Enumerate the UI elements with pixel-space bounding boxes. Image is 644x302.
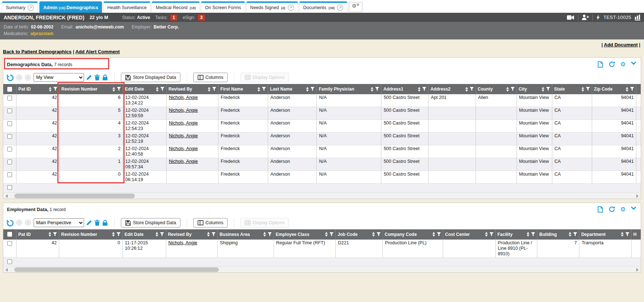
filter-icon[interactable] (117, 87, 121, 91)
filter-icon[interactable] (375, 87, 379, 91)
sort-icon[interactable] (156, 87, 159, 92)
revised-by-link[interactable]: Nichols, Angie (169, 95, 198, 100)
column-header-revised-by[interactable]: Revised By (166, 229, 217, 240)
columns-button[interactable]: Columns (193, 218, 228, 228)
filter-icon[interactable] (470, 87, 474, 91)
filter-icon[interactable] (212, 87, 216, 91)
tasks-indicator[interactable]: Tasks: 1 (155, 15, 178, 20)
sort-icon[interactable] (418, 87, 421, 92)
column-header-county[interactable]: County (476, 84, 517, 94)
sort-icon[interactable] (112, 232, 115, 237)
column-header-edit-date[interactable]: Edit Date (122, 229, 166, 240)
revised-by-link[interactable]: Nichols, Angie (169, 159, 198, 164)
select-all-checkbox[interactable] (7, 87, 12, 92)
filter-icon[interactable] (511, 87, 515, 91)
row-checkbox[interactable] (7, 259, 12, 264)
video-camera-icon[interactable] (567, 15, 574, 20)
chart-icon[interactable] (635, 15, 640, 20)
column-header-employee-class[interactable]: Employee Class (274, 229, 335, 240)
refresh-icon[interactable] (609, 61, 615, 68)
column-header-last-name[interactable]: Last Name (268, 84, 317, 94)
sort-icon[interactable] (568, 232, 572, 237)
delete-view-trash-icon[interactable] (95, 74, 100, 80)
scrollbar-thumb[interactable] (14, 194, 135, 198)
add-person-icon[interactable] (582, 15, 589, 20)
esign-indicator[interactable]: eSign: 3 (183, 15, 205, 20)
popout-icon[interactable] (287, 4, 294, 11)
row-checkbox[interactable] (7, 147, 12, 152)
scroll-right-arrow[interactable] (636, 194, 639, 198)
filter-icon[interactable] (268, 232, 272, 237)
row-checkbox[interactable] (7, 172, 12, 177)
edit-view-pencil-icon[interactable] (87, 220, 92, 226)
column-header-address2[interactable]: Address2 (428, 84, 476, 94)
sort-icon[interactable] (372, 232, 375, 237)
tab-health-surveillance[interactable]: Health Surveillance (104, 1, 150, 13)
select-all-checkbox[interactable] (7, 232, 12, 237)
view-select[interactable]: Main Perspective (34, 218, 84, 227)
row-checkbox[interactable] (7, 160, 12, 164)
column-header-address1[interactable]: Address1 (381, 84, 428, 94)
sort-icon[interactable] (207, 87, 211, 92)
filter-icon[interactable] (437, 232, 441, 237)
gear-icon[interactable]: ⚙ (620, 206, 626, 213)
column-header-revision-number[interactable]: Revision Number (59, 229, 123, 240)
add-alert-comment-link[interactable]: Add Alert Comment (75, 49, 120, 54)
filter-icon[interactable] (329, 232, 334, 237)
filter-icon[interactable] (489, 232, 494, 237)
column-header-city[interactable]: City (517, 84, 552, 94)
tab-medical-record[interactable]: Medical Record (18) (152, 1, 199, 13)
row-checkbox[interactable] (7, 134, 12, 139)
popout-icon[interactable] (27, 4, 34, 11)
sort-icon[interactable] (48, 232, 52, 237)
gear-icon[interactable]: ⚙ (620, 61, 626, 68)
scroll-left-arrow[interactable] (5, 268, 8, 272)
undo-icon[interactable] (6, 219, 14, 226)
filter-icon[interactable] (53, 232, 57, 237)
sort-icon[interactable] (465, 87, 468, 92)
filter-icon[interactable] (531, 232, 535, 237)
esign-badge[interactable]: 3 (198, 14, 205, 21)
column-header-family-physician[interactable]: Family Physician (317, 84, 381, 94)
sort-icon[interactable] (625, 87, 629, 92)
filter-icon[interactable] (262, 87, 266, 91)
revised-by-link[interactable]: Nichols, Angie (168, 240, 197, 245)
column-header-company-code[interactable]: Company Code (382, 229, 443, 240)
column-header-facility[interactable]: Facility (495, 229, 537, 240)
row-checkbox[interactable] (7, 121, 12, 126)
row-checkbox[interactable] (7, 241, 12, 246)
column-header-pat-id[interactable]: Pat ID (16, 229, 59, 240)
sort-icon[interactable] (485, 232, 488, 237)
medications-value[interactable]: alprazolam (30, 31, 53, 36)
sort-icon[interactable] (621, 232, 624, 237)
filter-icon[interactable] (422, 87, 426, 91)
lock-view-icon[interactable] (103, 74, 108, 80)
popout-icon[interactable] (337, 4, 343, 11)
tab-summary[interactable]: Summary (2, 1, 38, 13)
filter-icon[interactable] (546, 87, 550, 91)
column-header-pat-id[interactable]: Pat ID (16, 84, 60, 94)
row-checkbox[interactable] (7, 108, 12, 113)
lock-view-icon[interactable] (103, 220, 108, 226)
column-header-edit-date[interactable]: Edit Date (123, 84, 167, 94)
sort-icon[interactable] (263, 232, 266, 237)
revised-by-link[interactable]: Nichols, Angie (169, 146, 198, 151)
column-header-state[interactable]: State (552, 84, 592, 94)
delete-view-trash-icon[interactable] (95, 220, 100, 226)
undo-icon[interactable] (6, 74, 14, 81)
chevron-down-icon[interactable] (631, 206, 637, 213)
sort-icon[interactable] (257, 87, 260, 92)
sort-icon[interactable] (112, 87, 115, 92)
column-header-first-name[interactable]: First Name (218, 84, 268, 94)
new-document-icon[interactable] (598, 206, 604, 213)
filter-icon[interactable] (573, 232, 577, 237)
filter-icon[interactable] (160, 232, 164, 237)
filter-icon[interactable] (117, 232, 121, 237)
tab-on-screen-forms[interactable]: On Screen Forms (201, 1, 245, 13)
chevron-down-icon[interactable] (631, 61, 637, 68)
column-header-building[interactable]: Building (537, 229, 579, 240)
row-checkbox[interactable] (7, 96, 12, 100)
revised-by-link[interactable]: Nichols, Angie (169, 108, 198, 113)
sort-icon[interactable] (581, 87, 584, 92)
sort-icon[interactable] (526, 232, 530, 237)
